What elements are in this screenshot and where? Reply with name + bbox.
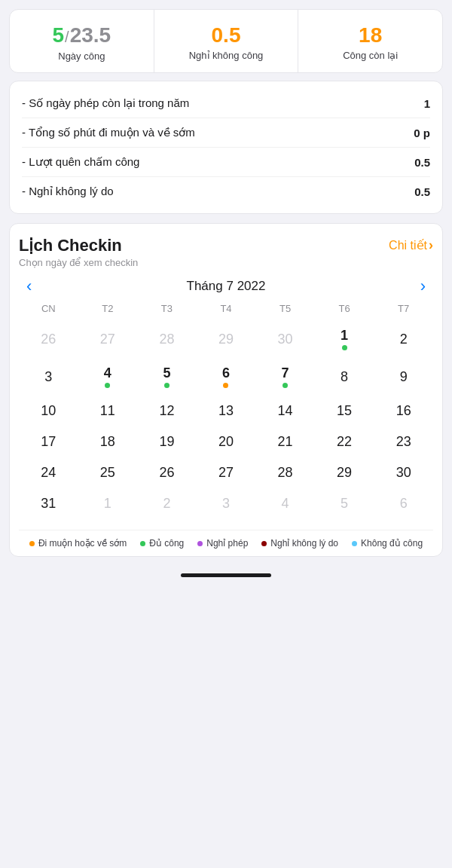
cal-day[interactable]: 16 [374, 396, 433, 426]
cal-day[interactable]: 13 [197, 396, 256, 426]
cal-day[interactable]: 15 [315, 396, 374, 426]
nghi-khong-cong-label: Nghỉ không công [189, 50, 264, 61]
cal-day[interactable]: 27 [78, 320, 138, 358]
legend-dot-purple [197, 541, 203, 546]
legend-dot-darkred [261, 541, 267, 546]
cal-day[interactable]: 10 [19, 396, 78, 426]
ngay-cong-stat: 5 / 23.5 Ngày công [10, 10, 154, 72]
cal-week-5: 24 25 26 27 28 29 30 [19, 457, 433, 488]
cal-day[interactable]: 4 [255, 488, 315, 519]
cal-day[interactable]: 30 [255, 320, 315, 358]
cal-day[interactable]: 12 [137, 396, 197, 426]
weekday-t4: T4 [197, 300, 256, 320]
info-value-4: 0.5 [414, 185, 430, 198]
info-row-4: - Nghỉ không lý do 0.5 [22, 177, 430, 206]
legend-item-lightblue: Không đủ công [352, 538, 423, 549]
legend-item-green: Đủ công [140, 538, 184, 549]
info-row-1: - Số ngày phép còn lại trong năm 1 [22, 89, 430, 118]
cal-week-4: 17 18 19 20 21 22 23 [19, 426, 433, 457]
info-label-3: - Lượt quên chấm công [22, 155, 139, 169]
cal-week-1: 26 27 28 29 30 1 2 [19, 320, 433, 358]
legend-dot-green [140, 541, 145, 546]
info-row-3: - Lượt quên chấm công 0.5 [22, 148, 430, 177]
legend-label-lightblue: Không đủ công [361, 538, 423, 549]
cal-day[interactable]: 19 [137, 426, 197, 457]
cal-day[interactable]: 29 [315, 457, 374, 488]
info-label-4: - Nghỉ không lý do [22, 185, 114, 198]
weekday-cn: CN [19, 300, 78, 320]
cal-day[interactable]: 25 [78, 457, 138, 488]
prev-month-button[interactable]: ‹ [19, 277, 39, 296]
weekday-t5: T5 [255, 300, 315, 320]
cal-day[interactable]: 21 [255, 426, 315, 457]
cal-day[interactable]: 9 [374, 358, 433, 396]
cal-day[interactable]: 31 [19, 488, 78, 519]
chevron-right-icon: › [429, 237, 433, 253]
cal-day[interactable]: 27 [197, 457, 256, 488]
cal-day[interactable]: 1 [315, 320, 374, 358]
next-month-button[interactable]: › [413, 277, 433, 296]
chi-tiet-label: Chi tiết [389, 238, 427, 252]
cal-day[interactable]: 18 [78, 426, 138, 457]
home-indicator [0, 566, 452, 589]
legend-dot-orange [29, 541, 35, 546]
cal-day[interactable]: 26 [137, 457, 197, 488]
legend-item-darkred: Nghỉ không lý do [261, 538, 338, 549]
stats-card: 5 / 23.5 Ngày công 0.5 Nghỉ không công 1… [9, 9, 443, 73]
nghi-khong-cong-stat: 0.5 Nghỉ không công [154, 10, 299, 72]
weekday-header-row: CN T2 T3 T4 T5 T6 T7 [19, 300, 433, 320]
legend-label-purple: Nghỉ phép [206, 538, 248, 549]
legend-item-purple: Nghỉ phép [197, 538, 248, 549]
weekday-t6: T6 [315, 300, 374, 320]
ngay-cong-value: 5 / 23.5 [53, 23, 111, 47]
info-card: - Số ngày phép còn lại trong năm 1 - Tổn… [9, 81, 443, 214]
cal-day[interactable]: 14 [255, 396, 315, 426]
info-value-3: 0.5 [414, 156, 430, 169]
cong-con-lai-stat: 18 Công còn lại [298, 10, 442, 72]
cal-day[interactable]: 2 [374, 320, 433, 358]
month-nav: ‹ Tháng 7 2022 › [19, 279, 433, 294]
cal-day[interactable]: 3 [197, 488, 256, 519]
cong-con-lai-value: 18 [359, 24, 382, 47]
info-label-1: - Số ngày phép còn lại trong năm [22, 96, 189, 110]
calendar-title: Lịch Checkin [19, 236, 138, 255]
legend-label-orange: Đi muộn hoặc về sớm [38, 538, 127, 549]
home-bar [181, 573, 271, 577]
cal-day[interactable]: 2 [137, 488, 197, 519]
cal-day[interactable]: 5 [137, 358, 197, 396]
cal-day[interactable]: 7 [255, 358, 315, 396]
cal-day[interactable]: 17 [19, 426, 78, 457]
calendar-title-group: Lịch Checkin Chọn ngày để xem checkin [19, 236, 138, 268]
info-row-2: - Tổng số phút đi muộn và về sớm 0 p [22, 118, 430, 148]
cal-day[interactable]: 28 [137, 320, 197, 358]
cal-day[interactable]: 29 [197, 320, 256, 358]
calendar-subtitle: Chọn ngày để xem checkin [19, 257, 138, 268]
cal-day[interactable]: 5 [315, 488, 374, 519]
info-value-1: 1 [424, 97, 430, 110]
info-label-2: - Tổng số phút đi muộn và về sớm [22, 126, 195, 139]
cal-day[interactable]: 11 [78, 396, 138, 426]
chi-tiet-button[interactable]: Chi tiết › [389, 237, 433, 253]
cal-day[interactable]: 23 [374, 426, 433, 457]
legend-item-orange: Đi muộn hoặc về sớm [29, 538, 127, 549]
cal-day[interactable]: 22 [315, 426, 374, 457]
cal-day[interactable]: 4 [78, 358, 138, 396]
cal-day[interactable]: 1 [78, 488, 138, 519]
cal-day[interactable]: 20 [197, 426, 256, 457]
cal-day[interactable]: 6 [197, 358, 256, 396]
ngay-cong-label: Ngày công [58, 50, 105, 62]
legend-dot-lightblue [352, 541, 357, 546]
cal-day[interactable]: 30 [374, 457, 433, 488]
cal-day[interactable]: 28 [255, 457, 315, 488]
cal-day[interactable]: 24 [19, 457, 78, 488]
weekday-t2: T2 [78, 300, 138, 320]
calendar-grid: CN T2 T3 T4 T5 T6 T7 26 27 28 29 30 1 [19, 300, 433, 519]
cal-week-6: 31 1 2 3 4 5 6 [19, 488, 433, 519]
info-value-2: 0 p [414, 127, 430, 139]
weekday-t3: T3 [137, 300, 197, 320]
cal-day[interactable]: 26 [19, 320, 78, 358]
weekday-t7: T7 [374, 300, 433, 320]
cal-day[interactable]: 3 [19, 358, 78, 396]
cal-day[interactable]: 6 [374, 488, 433, 519]
cal-day[interactable]: 8 [315, 358, 374, 396]
